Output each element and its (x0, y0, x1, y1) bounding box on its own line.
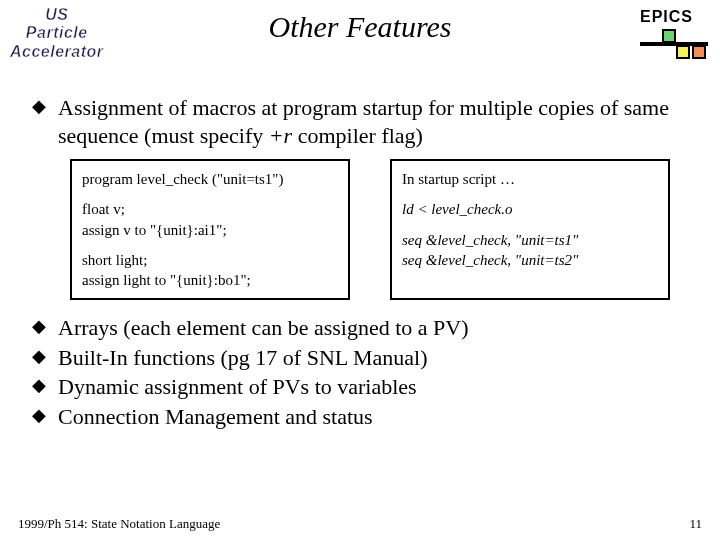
bullet-icon: ◆ (32, 403, 58, 427)
bullet-icon: ◆ (32, 373, 58, 397)
slide-content: ◆ Assignment of macros at program startu… (0, 78, 720, 430)
page-title: Other Features (0, 10, 720, 44)
footer-left: 1999/Ph 514: State Notation Language (18, 516, 220, 532)
bullet-icon: ◆ (32, 314, 58, 338)
code-line: seq &level_check, "unit=ts1" (402, 230, 658, 250)
code-box-left: program level_check ("unit=ts1") float v… (70, 159, 350, 300)
bullet-text: Connection Management and status (58, 403, 373, 431)
epics-icon (640, 29, 708, 59)
bullet-main-flag: +r (269, 123, 292, 148)
list-item: ◆ Built-In functions (pg 17 of SNL Manua… (32, 344, 688, 372)
code-line: assign light to "{unit}:bo1"; (82, 270, 338, 290)
lower-bullet-list: ◆ Arrays (each element can be assigned t… (32, 314, 688, 430)
code-line: In startup script … (402, 169, 658, 189)
epics-logo: EPICS (640, 8, 708, 59)
footer-page-number: 11 (689, 516, 702, 532)
bullet-icon: ◆ (32, 344, 58, 368)
code-line: float v; (82, 199, 338, 219)
code-row: program level_check ("unit=ts1") float v… (70, 159, 688, 300)
slide-header: US Particle Accelerator Other Features E… (0, 0, 720, 78)
list-item: ◆ Arrays (each element can be assigned t… (32, 314, 688, 342)
code-line: seq &level_check, "unit=ts2" (402, 250, 658, 270)
bullet-text: Dynamic assignment of PVs to variables (58, 373, 417, 401)
code-line: program level_check ("unit=ts1") (82, 169, 338, 189)
code-line: short light; (82, 250, 338, 270)
epics-label: EPICS (640, 8, 708, 26)
slide-footer: 1999/Ph 514: State Notation Language 11 (0, 516, 720, 532)
bullet-text: Assignment of macros at program startup … (58, 94, 688, 149)
code-line: ld < level_check.o (402, 199, 658, 219)
code-line: assign v to "{unit}:ai1"; (82, 220, 338, 240)
bullet-main: ◆ Assignment of macros at program startu… (32, 94, 688, 149)
code-box-right: In startup script … ld < level_check.o s… (390, 159, 670, 300)
bullet-icon: ◆ (32, 94, 58, 118)
bullet-text: Built-In functions (pg 17 of SNL Manual) (58, 344, 427, 372)
list-item: ◆ Dynamic assignment of PVs to variables (32, 373, 688, 401)
logo-line-3: Accelerator (10, 43, 104, 61)
list-item: ◆ Connection Management and status (32, 403, 688, 431)
bullet-text: Arrays (each element can be assigned to … (58, 314, 469, 342)
bullet-main-tail: compiler flag) (292, 123, 423, 148)
